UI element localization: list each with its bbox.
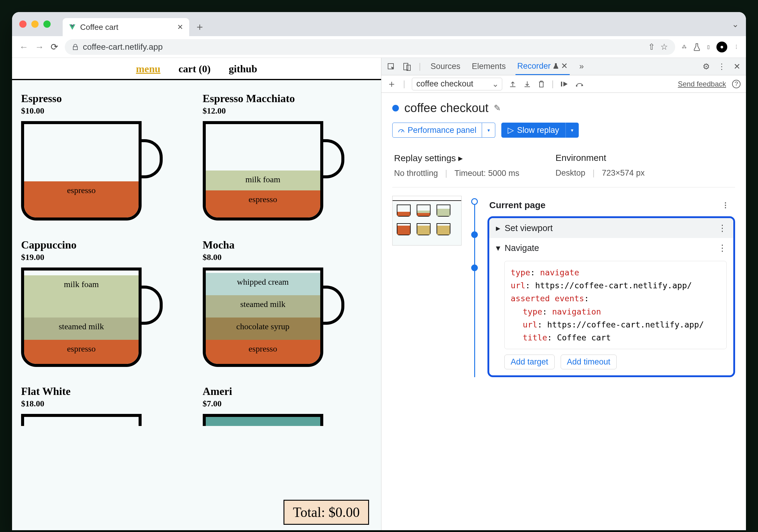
cup-graphic: whipped cream steamed milk chocolate syr… (203, 268, 344, 370)
layer-espresso: espresso (24, 182, 139, 217)
tab-recorder[interactable]: Recorder ✕ (515, 58, 570, 75)
url-text: coffee-cart.netlify.app (83, 42, 163, 52)
new-recording-button[interactable]: ＋ (387, 78, 396, 91)
tab-elements[interactable]: Elements (470, 62, 508, 71)
timeline-node[interactable] (471, 264, 478, 271)
browser-tab[interactable]: Coffee cart ✕ (63, 18, 189, 36)
close-window-button[interactable] (19, 20, 26, 28)
devtools-settings-icon[interactable]: ⚙ (703, 62, 710, 71)
step-current-page[interactable]: Current page ⋮ (488, 196, 735, 215)
layer-whipped-cream: whipped cream (206, 273, 320, 295)
step-icon[interactable] (575, 81, 584, 88)
product-espresso[interactable]: Espresso $10.00 espresso (21, 92, 191, 223)
extensions-icon[interactable]: ⁂ (682, 44, 687, 50)
layer-espresso: espresso (206, 340, 320, 364)
back-icon[interactable]: ← (19, 42, 28, 52)
bookmark-icon[interactable]: ☆ (660, 42, 668, 52)
layer-espresso: espresso (206, 190, 320, 217)
cart-total[interactable]: Total: $0.00 (284, 500, 369, 525)
browser-toolbar-icons: ⁂ ▯ ● ⋮ (682, 42, 739, 52)
inspect-element-icon[interactable] (387, 62, 395, 71)
environment-heading: Environment (556, 153, 645, 163)
step-menu-icon[interactable]: ⋮ (718, 223, 727, 233)
delete-icon[interactable] (538, 80, 545, 88)
profile-avatar[interactable]: ● (716, 42, 727, 52)
replay-settings-heading[interactable]: Replay settings ▸ (394, 153, 519, 163)
device-toolbar-icon[interactable] (403, 62, 411, 71)
product-cappuccino[interactable]: Cappuccino $19.00 milk foam steamed milk… (21, 239, 191, 370)
continue-icon[interactable] (560, 81, 569, 88)
product-price: $7.00 (203, 399, 372, 409)
chrome-menu-icon[interactable]: ⋮ (734, 44, 739, 50)
send-feedback-link[interactable]: Send feedback (678, 80, 726, 88)
slow-replay-button[interactable]: ▷Slow replay ▾ (501, 123, 579, 138)
replay-caret[interactable]: ▾ (566, 123, 579, 138)
chevron-down-icon: ▾ (496, 243, 500, 253)
selected-step-group: ▸ Set viewport ⋮ ▾ Navigate ⋮ type: navi… (488, 216, 735, 377)
step-menu-icon[interactable]: ⋮ (718, 243, 727, 253)
product-mocha[interactable]: Mocha $8.00 whipped cream steamed milk c… (203, 239, 372, 370)
labs-flask-icon[interactable] (693, 43, 701, 51)
product-price: $10.00 (21, 106, 191, 116)
step-set-viewport[interactable]: ▸ Set viewport ⋮ (489, 218, 733, 238)
nav-menu[interactable]: menu (136, 63, 160, 75)
nav-github[interactable]: github (229, 63, 257, 75)
record-indicator-icon (392, 105, 399, 112)
devtools-close-icon[interactable]: ✕ (734, 62, 741, 71)
recorder-actions: Performance panel ▾ ▷Slow replay ▾ (392, 123, 735, 138)
import-icon[interactable] (523, 80, 531, 88)
layer-milk-foam: milk foam (206, 171, 320, 190)
new-tab-button[interactable]: ＋ (195, 20, 205, 34)
svg-point-4 (576, 85, 577, 86)
forward-icon[interactable]: → (35, 42, 44, 52)
product-name: Espresso Macchiato (203, 92, 372, 105)
add-target-button[interactable]: Add target (504, 354, 555, 369)
side-panel-icon[interactable]: ▯ (707, 44, 710, 50)
reload-icon[interactable]: ⟳ (51, 42, 58, 52)
address-bar[interactable]: coffee-cart.netlify.app ⇧ ☆ (65, 39, 675, 55)
chevron-right-icon: ▸ (496, 223, 500, 233)
zoom-window-button[interactable] (43, 20, 51, 28)
product-name: Ameri (203, 385, 372, 398)
add-timeout-button[interactable]: Add timeout (561, 354, 617, 369)
cup-graphic: milk foam espresso (203, 121, 344, 223)
export-icon[interactable] (509, 80, 517, 88)
product-name: Mocha (203, 239, 372, 251)
recording-select[interactable]: coffee checkout (412, 78, 502, 90)
close-panel-tab-icon[interactable]: ✕ (561, 61, 568, 71)
share-icon[interactable]: ⇧ (648, 42, 655, 52)
timeline-node[interactable] (471, 231, 478, 238)
vue-favicon-icon (69, 23, 76, 31)
cup-graphic (203, 414, 344, 426)
close-tab-icon[interactable]: ✕ (177, 23, 183, 31)
edit-title-icon[interactable]: ✎ (494, 103, 501, 113)
product-flat-white[interactable]: Flat White $18.00 (21, 385, 191, 426)
recording-title-row: coffee checkout ✎ (392, 101, 735, 115)
layer-steamed-milk: steamed milk (206, 295, 320, 317)
layer-steamed-milk: steamed milk (24, 317, 139, 340)
step-navigate[interactable]: ▾ Navigate ⋮ (489, 238, 733, 258)
performance-panel-button[interactable]: Performance panel ▾ (392, 123, 495, 138)
recorder-body: coffee checkout ✎ Performance panel ▾ ▷S… (381, 93, 746, 530)
product-espresso-macchiato[interactable]: Espresso Macchiato $12.00 milk foam espr… (203, 92, 372, 223)
step-menu-icon[interactable]: ⋮ (722, 201, 729, 209)
product-name: Espresso (21, 92, 191, 105)
timeline-node[interactable] (471, 198, 478, 205)
step-screenshot-thumbnail[interactable] (392, 196, 462, 246)
layer-espresso: espresso (24, 340, 139, 364)
perf-panel-caret[interactable]: ▾ (482, 123, 495, 138)
nav-cart[interactable]: cart (0) (179, 63, 211, 75)
tab-sources[interactable]: Sources (429, 62, 462, 71)
product-americano[interactable]: Ameri $7.00 (203, 385, 372, 426)
layer-milk-foam: milk foam (24, 275, 139, 317)
product-price: $12.00 (203, 106, 372, 116)
minimize-window-button[interactable] (31, 20, 39, 28)
url-bar: ← → ⟳ coffee-cart.netlify.app ⇧ ☆ ⁂ ▯ ● … (12, 36, 746, 58)
traffic-lights (19, 20, 51, 28)
url-bar-actions: ⇧ ☆ (648, 42, 668, 52)
devtools-menu-icon[interactable]: ⋮ (718, 62, 726, 71)
tab-overflow-icon[interactable]: ⌄ (732, 19, 739, 29)
product-name: Flat White (21, 385, 191, 398)
help-icon[interactable]: ? (732, 80, 741, 88)
more-tabs-icon[interactable]: » (577, 62, 586, 71)
